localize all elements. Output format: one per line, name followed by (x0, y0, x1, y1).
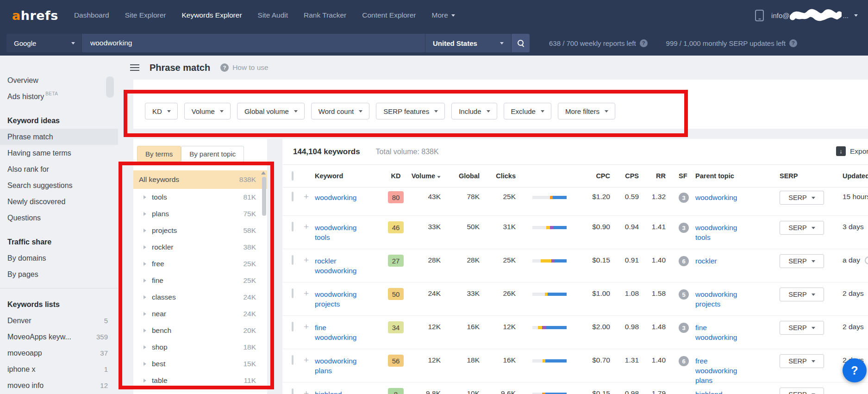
serp-dropdown-button[interactable]: SERP (780, 388, 824, 394)
keyword-link[interactable]: woodworking tools (315, 223, 361, 242)
nav-item-site-audit[interactable]: Site Audit (258, 11, 288, 19)
help-bubble-button[interactable]: ? (843, 358, 867, 382)
term-item-tools[interactable]: tools81K (133, 189, 267, 206)
sidebar-item-having-same-terms[interactable]: Having same terms (0, 145, 125, 161)
sidebar-item-moveo-info[interactable]: moveo info12 (0, 377, 125, 394)
term-item-fine[interactable]: fine25K (133, 272, 267, 289)
serp-dropdown-button[interactable]: SERP (780, 254, 824, 268)
term-item-shop[interactable]: shop18K (133, 339, 267, 356)
add-to-list-icon[interactable]: + (304, 355, 309, 365)
serp-dropdown-button[interactable]: SERP (780, 221, 824, 235)
row-checkbox[interactable] (292, 255, 293, 265)
add-to-list-icon[interactable]: + (304, 388, 309, 394)
col-header-keyword[interactable]: Keyword (315, 172, 385, 180)
col-header-parent-topic[interactable]: Parent topic (695, 172, 780, 180)
term-item-projects[interactable]: projects58K (133, 222, 267, 239)
keyword-link[interactable]: highland (315, 389, 342, 394)
search-button[interactable] (511, 34, 530, 52)
term-item-free[interactable]: free25K (133, 256, 267, 272)
filter-include[interactable]: Include (451, 103, 497, 119)
add-to-list-icon[interactable]: + (304, 322, 309, 331)
term-item-table[interactable]: table11K (133, 372, 267, 389)
keyword-link[interactable]: woodworking (315, 193, 356, 202)
filter-exclude[interactable]: Exclude (504, 103, 551, 119)
add-to-list-icon[interactable]: + (304, 288, 309, 298)
ahrefs-logo[interactable]: ahrefs (12, 8, 58, 23)
keyword-link[interactable]: rockler woodworking (315, 256, 361, 275)
term-item-near[interactable]: near24K (133, 306, 267, 322)
sidebar-item-newly-discovered[interactable]: Newly discovered (0, 194, 125, 210)
term-item-highland[interactable]: highland11K (133, 389, 267, 394)
scroll-up-icon[interactable] (261, 171, 266, 175)
sidebar-item-iphone-x[interactable]: iphone x1 (0, 361, 125, 377)
col-header-global[interactable]: Global (447, 172, 486, 180)
sidebar-item-denver[interactable]: Denver5 (0, 313, 125, 329)
sidebar-item-search-suggestions[interactable]: Search suggestions (0, 177, 125, 194)
keyword-link[interactable]: woodworking plans (315, 356, 361, 375)
term-item-classes[interactable]: classes24K (133, 289, 267, 306)
sidebar-item-by-pages[interactable]: By pages (0, 266, 125, 282)
row-checkbox[interactable] (292, 192, 293, 201)
how-to-use-link[interactable]: ? How to use (220, 63, 269, 72)
menu-toggle-icon[interactable] (130, 64, 139, 71)
term-all-keywords[interactable]: All keywords 838K (133, 170, 267, 189)
nav-item-site-explorer[interactable]: Site Explorer (125, 11, 166, 19)
row-checkbox[interactable] (292, 388, 293, 394)
help-icon[interactable]: ? (640, 39, 648, 47)
parent-topic-link[interactable]: fine woodworking (695, 323, 750, 342)
account-menu[interactable]: info@ ... (771, 8, 858, 23)
keyword-search-input[interactable] (82, 39, 425, 47)
col-header-cps[interactable]: CPS (617, 172, 645, 180)
nav-item-content-explorer[interactable]: Content Explorer (362, 11, 416, 19)
filter-word-count[interactable]: Word count (311, 103, 369, 119)
parent-topic-link[interactable]: free woodworking plans (695, 356, 750, 385)
filter-serp-features[interactable]: SERP features (376, 103, 445, 119)
col-header-updated[interactable]: Updated (833, 172, 868, 180)
row-checkbox[interactable] (292, 288, 293, 298)
nav-item-dashboard[interactable]: Dashboard (74, 11, 109, 19)
scrollbar-thumb[interactable] (106, 76, 114, 98)
col-header-volume[interactable]: Volume (406, 172, 447, 180)
filter-global-volume[interactable]: Global volume (237, 103, 305, 119)
select-all-checkbox[interactable] (292, 171, 293, 181)
filter-kd[interactable]: KD (145, 103, 178, 119)
row-checkbox[interactable] (292, 322, 293, 331)
tab-by-parent-topic[interactable]: By parent topic (181, 146, 244, 162)
parent-topic-link[interactable]: highland (695, 389, 723, 394)
filter-volume[interactable]: Volume (184, 103, 231, 119)
keyword-link[interactable]: woodworking projects (315, 289, 361, 309)
term-item-rockler[interactable]: rockler38K (133, 239, 267, 256)
sidebar-item-by-domains[interactable]: By domains (0, 250, 125, 266)
add-to-list-icon[interactable]: + (304, 222, 309, 231)
term-item-best[interactable]: best15K (133, 356, 267, 372)
tab-by-terms[interactable]: By terms (137, 146, 181, 162)
serp-dropdown-button[interactable]: SERP (780, 354, 824, 368)
parent-topic-link[interactable]: woodworking projects (695, 289, 750, 309)
term-item-plans[interactable]: plans75K (133, 206, 267, 222)
col-header-kd[interactable]: KD (385, 172, 406, 180)
device-icon[interactable] (755, 10, 764, 21)
scrollbar-thumb[interactable] (262, 177, 266, 216)
col-header-rr[interactable]: RR (645, 172, 672, 180)
add-to-list-icon[interactable]: + (304, 255, 309, 265)
col-header-cpc[interactable]: CPC (574, 172, 617, 180)
help-icon[interactable]: ? (789, 39, 797, 47)
parent-topic-link[interactable]: woodworking tools (695, 223, 750, 242)
filter-more-filters[interactable]: More filters (558, 103, 615, 119)
sidebar-item-questions[interactable]: Questions (0, 210, 125, 226)
nav-item-rank-tracker[interactable]: Rank Tracker (304, 11, 346, 19)
parent-topic-link[interactable]: rockler (695, 256, 717, 266)
sidebar-item-also-rank-for[interactable]: Also rank for (0, 161, 125, 177)
sidebar-item-phrase-match[interactable]: Phrase match (0, 129, 118, 145)
col-header-clicks[interactable]: Clicks (486, 172, 522, 180)
keyword-link[interactable]: fine woodworking (315, 323, 361, 342)
row-checkbox[interactable] (292, 222, 293, 231)
nav-item-keywords-explorer[interactable]: Keywords Explorer (181, 11, 242, 19)
add-to-list-icon[interactable]: + (304, 192, 309, 201)
search-engine-select[interactable]: Google (6, 34, 81, 52)
parent-topic-link[interactable]: woodworking (695, 193, 737, 202)
col-header-serp[interactable]: SERP (780, 172, 833, 180)
row-checkbox[interactable] (292, 355, 293, 365)
country-select[interactable]: United States (425, 34, 511, 52)
serp-dropdown-button[interactable]: SERP (780, 288, 824, 301)
